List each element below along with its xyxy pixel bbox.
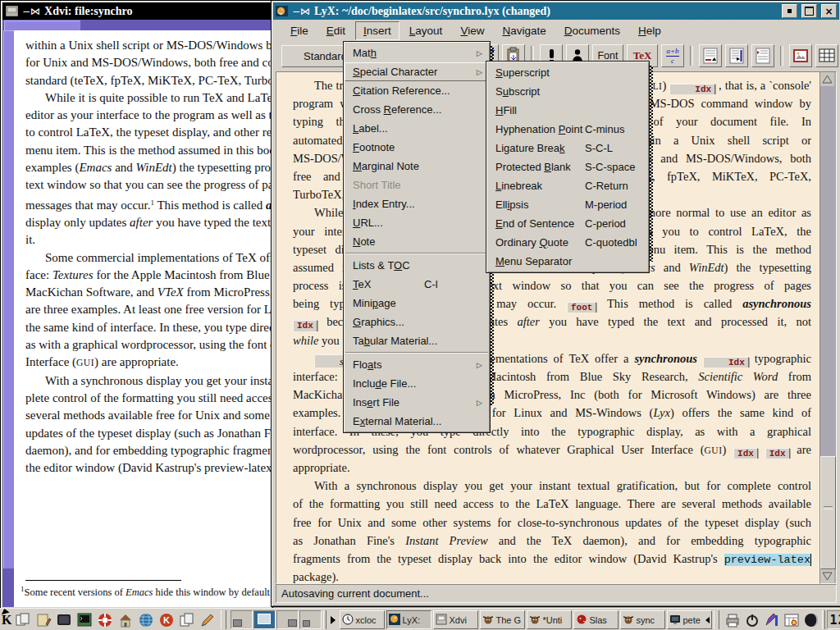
depth-icon[interactable] <box>751 44 774 67</box>
menubar-item-help[interactable]: Help <box>630 21 669 40</box>
globe-icon[interactable] <box>136 610 155 629</box>
home-icon[interactable] <box>116 610 135 629</box>
inset-chip[interactable]: Idx <box>669 84 715 94</box>
menu-item-end-of-sentence[interactable]: End of SentenceC-period <box>487 214 648 233</box>
menu-item-marginal-note[interactable]: Marginal Note <box>345 157 489 176</box>
menu-item-hfill[interactable]: HFill <box>487 101 648 120</box>
terminal-icon[interactable] <box>75 610 94 629</box>
task-button-slas[interactable]: Slas <box>573 610 619 629</box>
pager-desktop-2[interactable] <box>253 610 276 629</box>
scroll-down-arrow[interactable] <box>820 569 834 583</box>
menubar-item-file[interactable]: File <box>282 21 317 40</box>
text-span: While it is quite possible to run TeX an… <box>45 91 271 104</box>
inset-chip[interactable]: Idx <box>293 320 317 331</box>
menu-item-floats[interactable]: Floats▷ <box>345 355 489 374</box>
menubar-item-insert[interactable]: Insert <box>355 21 399 40</box>
task-button-lyx[interactable]: LyX: <box>386 610 431 629</box>
xdvi-vscroll-thumb[interactable] <box>3 30 14 568</box>
panel-handle[interactable] <box>714 610 719 629</box>
klipper-icon[interactable] <box>763 611 781 629</box>
menu-item-math[interactable]: Math▷ <box>345 43 489 62</box>
menu-item-tex[interactable]: TeXC-l <box>345 275 489 294</box>
pager-desktop-4[interactable] <box>299 610 322 629</box>
moon-phase-icon[interactable] <box>802 611 820 629</box>
menu-item-special-character[interactable]: Special Character▷ <box>345 62 489 81</box>
menubar-item-layout[interactable]: Layout <box>401 21 451 40</box>
marginal-note-icon[interactable] <box>725 44 748 67</box>
xdvi-titlebar[interactable]: −⋈ Xdvi: file:synchro <box>2 2 271 20</box>
panel-arrow-icon[interactable] <box>331 616 336 624</box>
xdvi-horizontal-scrollbar[interactable] <box>2 20 271 30</box>
task-button-xdvi[interactable]: Xdvi <box>433 610 478 629</box>
menu-item-tabular-material[interactable]: Tabular Material... <box>345 331 489 350</box>
menubar-item-navigate[interactable]: Navigate <box>494 21 554 40</box>
menu-item-label[interactable]: Label... <box>345 119 489 138</box>
menu-item-footnote[interactable]: Footnote <box>345 138 489 157</box>
task-button-unti[interactable]: *Unti <box>527 610 572 629</box>
panel-handle[interactable] <box>822 610 825 629</box>
pager-desktop-1[interactable] <box>231 610 253 629</box>
documents-icon[interactable] <box>177 610 196 629</box>
menu-item-graphics[interactable]: Graphics... <box>345 313 489 331</box>
figure-icon[interactable] <box>789 44 812 67</box>
menu-item-cross-reference[interactable]: Cross Reference... <box>345 100 489 119</box>
screen-icon[interactable] <box>54 610 73 629</box>
inset-chip[interactable]: Idx <box>703 357 749 368</box>
inset-chip[interactable]: Idx <box>765 448 790 459</box>
menu-item-external-material[interactable]: External Material... <box>345 412 489 431</box>
maximize-button[interactable] <box>801 4 817 18</box>
menu-item-hyphenation-point[interactable]: Hyphenation PointC-minus <box>487 120 648 139</box>
menubar-item-view[interactable]: View <box>452 21 492 40</box>
task-button-theg[interactable]: The G <box>480 610 525 629</box>
scroll-up-arrow[interactable] <box>820 72 834 86</box>
footnote-icon[interactable] <box>699 44 722 67</box>
window-pin-icon[interactable]: −⋈ <box>22 6 40 17</box>
task-button-sync[interactable]: sync <box>620 610 665 629</box>
pen-icon[interactable] <box>198 610 217 629</box>
panel-handle[interactable] <box>221 610 226 629</box>
window-list-icon[interactable] <box>13 610 32 629</box>
task-button-xcloc[interactable]: xcloc <box>340 610 385 629</box>
menu-item-citation-reference[interactable]: Citation Reference... <box>345 81 489 100</box>
menubar-item-documents[interactable]: Documents <box>556 21 628 40</box>
menu-item-insert-file[interactable]: Insert File▷ <box>345 393 489 412</box>
minimize-button[interactable] <box>782 4 797 18</box>
help-icon[interactable] <box>95 610 114 629</box>
xdvi-vertical-scrollbar[interactable] <box>2 30 14 607</box>
menu-item-minipage[interactable]: Minipage <box>345 294 489 313</box>
menubar-item-edit[interactable]: Edit <box>318 21 354 40</box>
menu-item-menu-separator[interactable]: Menu Separator <box>487 252 648 271</box>
window-pin-icon[interactable]: −⋈ <box>292 6 310 17</box>
menu-item-lists-toc[interactable]: Lists & TOC <box>345 256 489 275</box>
close-button[interactable]: × <box>821 4 837 18</box>
menu-item-ligature-break[interactable]: Ligature BreakS-C-L <box>487 139 648 158</box>
menu-item-include-file[interactable]: Include File... <box>345 374 489 393</box>
printer-icon[interactable] <box>724 611 742 629</box>
xdvi-hscroll-thumb[interactable] <box>4 21 80 30</box>
menu-item-linebreak[interactable]: LinebreakC-Return <box>487 176 648 195</box>
lyx-titlebar[interactable]: −⋈ LyX: ~/doc/beginlatex/src/synchro.lyx… <box>273 2 839 20</box>
task-button-pete[interactable]: pete <box>667 610 712 629</box>
math-mode-icon[interactable]: a+bc <box>661 44 684 67</box>
inset-chip[interactable]: foot <box>567 302 596 313</box>
menu-item-index-entry[interactable]: Index Entry... <box>345 194 489 213</box>
panel-handle[interactable] <box>323 610 326 629</box>
scrollbar-thumb[interactable] <box>820 456 836 569</box>
organizer-icon[interactable] <box>783 611 801 629</box>
menu-item-protected-blank[interactable]: Protected BlankS-C-space <box>487 158 648 176</box>
document-scrollbar[interactable] <box>819 71 837 584</box>
kde-icon[interactable]: K <box>157 610 176 629</box>
notes-icon[interactable] <box>34 610 52 629</box>
menu-item-note[interactable]: Note <box>345 232 489 251</box>
table-icon[interactable] <box>815 44 838 67</box>
menu-item-ordinary-quote[interactable]: Ordinary QuoteC-quotedbl <box>487 233 648 252</box>
menu-item-subscript[interactable]: Subscript <box>487 82 648 101</box>
menu-item-url[interactable]: URL... <box>345 213 489 232</box>
menu-item-superscript[interactable]: Superscript <box>487 63 648 82</box>
inset-chip[interactable]: Idx <box>733 448 758 459</box>
k-menu-button[interactable]: K <box>2 610 11 629</box>
menu-item-ellipsis[interactable]: EllipsisM-period <box>487 195 648 214</box>
menu-item-short-title[interactable]: Short Title <box>345 176 489 194</box>
pager-desktop-3[interactable] <box>276 610 299 629</box>
logout-icon[interactable] <box>743 611 761 629</box>
